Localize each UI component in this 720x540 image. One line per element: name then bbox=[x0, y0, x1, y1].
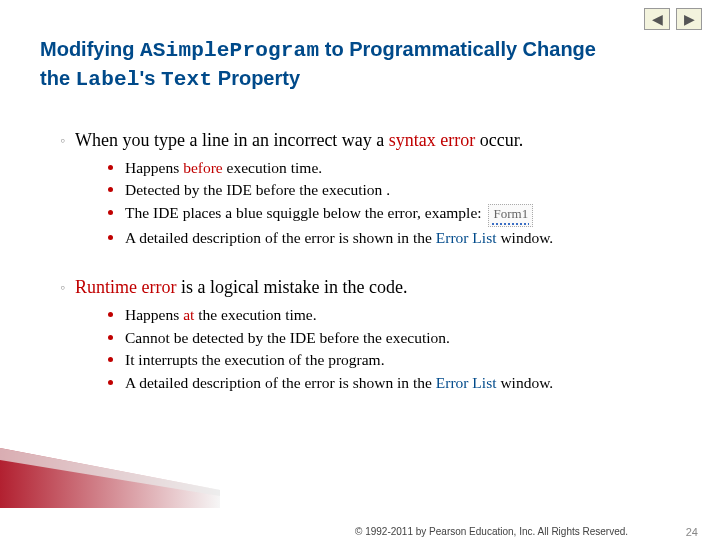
title-part: Modifying bbox=[40, 38, 140, 60]
svg-marker-1 bbox=[0, 448, 220, 496]
bullet-text: When you type a line in an incorrect way… bbox=[75, 130, 523, 151]
bullet-icon bbox=[108, 380, 113, 385]
sublist: Happens before execution time. Detected … bbox=[108, 157, 690, 249]
list-item: Happens at the execution time. bbox=[108, 304, 690, 326]
list-item: It interrupts the execution of the progr… bbox=[108, 349, 690, 371]
diamond-icon: ◦ bbox=[60, 133, 65, 151]
list-item: Detected by the IDE before the execution… bbox=[108, 179, 690, 201]
slide-body: ◦ When you type a line in an incorrect w… bbox=[60, 130, 690, 422]
decorative-wedge bbox=[0, 438, 220, 508]
section-runtime-error: ◦ Runtime error is a logical mistake in … bbox=[60, 277, 690, 394]
bullet-icon bbox=[108, 235, 113, 240]
svg-marker-0 bbox=[0, 448, 220, 508]
list-item: The IDE places a blue squiggle below the… bbox=[108, 202, 690, 227]
title-part: Property bbox=[212, 67, 300, 89]
list-item: Cannot be detected by the IDE before the… bbox=[108, 327, 690, 349]
title-part: 's bbox=[140, 67, 161, 89]
title-code: Text bbox=[161, 68, 212, 91]
prev-button[interactable]: ◀ bbox=[644, 8, 670, 30]
bullet-icon bbox=[108, 187, 113, 192]
list-item: A detailed description of the error is s… bbox=[108, 227, 690, 249]
list-item: A detailed description of the error is s… bbox=[108, 372, 690, 394]
bullet-icon bbox=[108, 357, 113, 362]
next-button[interactable]: ▶ bbox=[676, 8, 702, 30]
diamond-icon: ◦ bbox=[60, 280, 65, 298]
bullet-main: ◦ Runtime error is a logical mistake in … bbox=[60, 277, 690, 298]
bullet-icon bbox=[108, 165, 113, 170]
squiggle-example: Form1 bbox=[488, 204, 533, 227]
section-syntax-error: ◦ When you type a line in an incorrect w… bbox=[60, 130, 690, 249]
page-number: 24 bbox=[686, 526, 698, 538]
bullet-icon bbox=[108, 210, 113, 215]
bullet-icon bbox=[108, 312, 113, 317]
list-item: Happens before execution time. bbox=[108, 157, 690, 179]
chevron-left-icon: ◀ bbox=[652, 11, 663, 28]
bullet-main: ◦ When you type a line in an incorrect w… bbox=[60, 130, 690, 151]
copyright-text: © 1992-2011 by Pearson Education, Inc. A… bbox=[355, 526, 628, 537]
bullet-text: Runtime error is a logical mistake in th… bbox=[75, 277, 407, 298]
title-code: Label bbox=[76, 68, 140, 91]
chevron-right-icon: ▶ bbox=[684, 11, 695, 28]
slide-title: Modifying ASimpleProgram to Programmatic… bbox=[40, 36, 600, 95]
bullet-icon bbox=[108, 335, 113, 340]
nav-buttons: ◀ ▶ bbox=[644, 8, 702, 30]
title-code: ASimpleProgram bbox=[140, 39, 319, 62]
sublist: Happens at the execution time. Cannot be… bbox=[108, 304, 690, 394]
